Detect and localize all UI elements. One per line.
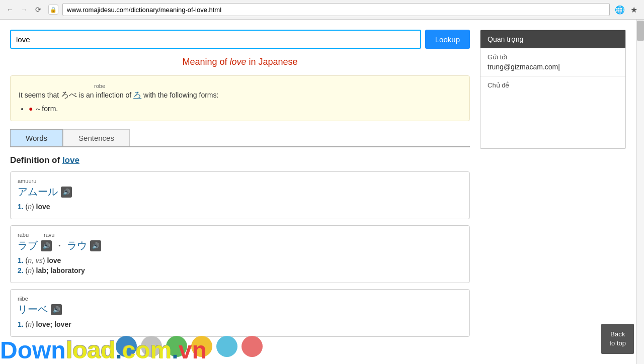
def-japanese-riibe: リーベ 🔊 [18, 303, 462, 316]
address-bar[interactable] [62, 3, 610, 16]
star-icon[interactable]: ★ [628, 4, 640, 16]
def-meaning-item-2: 2. (n) lab; laboratory [18, 266, 462, 275]
main-content: Lookup Meaning of love in Japanese robe … [0, 20, 636, 364]
inflection-form-item: ● ～form. [29, 105, 461, 114]
browser-actions: 🌐 ★ [614, 4, 640, 16]
def-card-amuuru: amuuru アムール 🔊 1. (n) love [10, 171, 470, 219]
sidebar-header: Quan trọng [480, 30, 625, 48]
tab-words[interactable]: Words [10, 129, 63, 146]
def-japanese-rabu: ラブ 🔊 ・ ラウ 🔊 [18, 239, 462, 252]
sound-button-amuuru[interactable]: 🔊 [61, 187, 72, 198]
translate-icon[interactable]: 🌐 [614, 4, 626, 16]
sidebar-email: trung@gizmacam.com| [488, 63, 618, 71]
sidebar-box: Quan trọng Gửi tới trung@gizmacam.com| C… [480, 30, 626, 149]
def-reading-row: rabu ravu [18, 232, 462, 239]
search-input[interactable] [10, 30, 421, 49]
def-meanings-rabu: 1. (n, vs) love 2. (n) lab; laboratory [18, 256, 462, 275]
inflection-forms: ● ～form. [29, 105, 461, 114]
def-reading-ravu: ravu [44, 232, 54, 238]
def-card-rabu: rabu ravu ラブ 🔊 ・ ラウ 🔊 1. (n, vs) love [10, 225, 470, 283]
tab-sentences[interactable]: Sentences [63, 129, 130, 146]
security-icon: 🔒 [48, 5, 58, 15]
def-meanings-riibe: 1. (n) love; lover [18, 320, 462, 328]
sound-button-rabu[interactable]: 🔊 [41, 240, 52, 251]
tabs: Words Sentences [10, 129, 470, 147]
browser-chrome: ← → ⟳ 🔒 🌐 ★ [0, 0, 644, 20]
def-reading-rabu: rabu [18, 232, 29, 238]
forward-button[interactable]: → [18, 4, 30, 16]
definition-title-link[interactable]: love [62, 155, 79, 165]
sidebar-subject-label: Chủ đề [488, 81, 618, 89]
japanese-text-2: ろ [133, 90, 141, 99]
def-reading-amuuru: amuuru [18, 178, 462, 184]
scrollbar-thumb[interactable] [637, 21, 644, 41]
refresh-button[interactable]: ⟳ [32, 4, 44, 16]
def-reading-riibe: riibe [18, 296, 462, 302]
japanese-text-1: ろべ [61, 90, 77, 99]
robe-label: robe [94, 83, 461, 89]
back-to-top-button[interactable]: Back to top [601, 324, 634, 354]
sidebar-subject-field: Chủ đề [480, 76, 625, 148]
back-button[interactable]: ← [4, 4, 16, 16]
lookup-button[interactable]: Lookup [425, 30, 470, 49]
def-meanings-amuuru: 1. (n) love [18, 203, 462, 211]
sidebar-send-to-field: Gửi tới trung@gizmacam.com| [480, 48, 625, 76]
def-meaning-item: 1. (n) love [18, 203, 462, 211]
nav-buttons: ← → ⟳ [4, 4, 44, 16]
sound-button-riibe[interactable]: 🔊 [51, 304, 62, 315]
circle-pink [242, 336, 263, 357]
watermark-text: Down load . com . vn [0, 336, 207, 364]
def-meaning-item-1: 1. (n, vs) love [18, 256, 462, 264]
sound-button-ravu[interactable]: 🔊 [90, 240, 101, 251]
sidebar-subject-input[interactable] [488, 91, 618, 141]
right-column: Quan trọng Gửi tới trung@gizmacam.com| C… [480, 30, 626, 356]
page-wrapper: Lookup Meaning of love in Japanese robe … [0, 20, 644, 364]
circle-lightblue [216, 336, 237, 357]
watermark: Down load . com . vn [0, 336, 207, 364]
inflection-box: robe It seems that ろべ is an inflection o… [10, 75, 470, 121]
page-title: Meaning of love in Japanese [10, 57, 470, 67]
def-meaning-item-riibe: 1. (n) love; lover [18, 320, 462, 328]
sidebar-send-to-label: Gửi tới [488, 53, 618, 61]
search-area: Lookup [10, 30, 470, 49]
def-japanese-amuuru: アムール 🔊 [18, 185, 462, 199]
left-column: Lookup Meaning of love in Japanese robe … [10, 30, 470, 356]
inflection-text: It seems that ろべ is an inflection of ろ w… [19, 90, 461, 101]
definition-title: Definition of love [10, 155, 470, 165]
def-card-riibe: riibe リーベ 🔊 1. (n) love; lover [10, 289, 470, 337]
scrollbar[interactable] [636, 20, 644, 364]
